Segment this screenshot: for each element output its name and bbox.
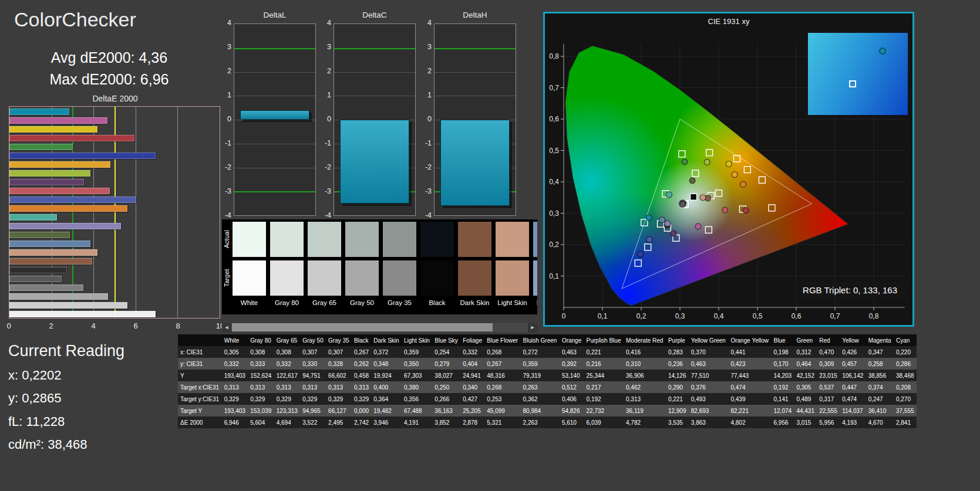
deltae-bar [9, 126, 97, 133]
actual-swatch[interactable] [458, 222, 491, 257]
target-swatch[interactable] [420, 260, 454, 296]
deltae-bar [9, 258, 92, 265]
grid-line [136, 107, 136, 318]
table-cell: 14,203 [771, 370, 794, 381]
swatch-label: Blue Sky [531, 299, 537, 306]
axis-tick-label: 6 [129, 321, 143, 330]
swatch-column: Gray 80 [270, 219, 308, 314]
actual-swatch[interactable] [533, 222, 537, 257]
table-cell: 4,193 [840, 416, 866, 428]
table-cell: 5,610 [560, 416, 584, 428]
table-cell: 0,489 [794, 393, 817, 405]
scroll-left-button[interactable]: ◄ [222, 323, 231, 332]
table-cell: 94,751 [300, 370, 326, 381]
actual-swatch[interactable] [496, 222, 529, 257]
target-swatch[interactable] [308, 260, 341, 296]
deltae2000-chart: DeltaE 2000 0246810 [9, 94, 221, 340]
axis-tick-label: 2 [319, 67, 331, 75]
axis-tick-label: 0 [2, 321, 16, 330]
table-cell: 79,319 [521, 370, 560, 381]
rgb-triplet-label: RGB Triplet: 0, 133, 163 [793, 282, 907, 298]
grid-line [234, 144, 315, 144]
table-cell: 4,191 [402, 416, 432, 428]
deltae-bar [9, 311, 156, 317]
table-cell: 0,221 [666, 393, 689, 405]
table-cell: 0,268 [484, 346, 520, 358]
table-cell: 152,624 [248, 370, 274, 381]
axis-tick-label: -3 [319, 187, 331, 195]
table-cell: 4,670 [866, 416, 894, 428]
grid-line [435, 72, 516, 73]
table-cell: 2,495 [326, 416, 352, 428]
table-cell: 4,694 [274, 416, 300, 428]
actual-swatch[interactable] [383, 222, 416, 257]
table-row: y: CIE310,3320,3330,3320,3300,3280,2620,… [178, 358, 917, 370]
table-cell: 45,099 [484, 405, 520, 416]
table-row: x: CIE310,3050,3080,3080,3070,3070,2670,… [178, 346, 917, 358]
swatch-scrollbar[interactable]: ◄ ► [222, 323, 537, 332]
axis-tick-label: 4 [319, 19, 331, 27]
target-swatch[interactable] [345, 260, 379, 296]
table-cell: 0,313 [248, 381, 274, 393]
scrollbar-thumb[interactable] [232, 323, 493, 331]
table-cell: 0,217 [584, 381, 624, 393]
axis-tick-label: 1 [220, 91, 231, 99]
table-cell: 0,266 [432, 393, 460, 405]
table-cell: 0,313 [274, 381, 300, 393]
selected-point [691, 194, 697, 200]
target-swatch[interactable] [458, 260, 491, 296]
target-swatch[interactable] [270, 260, 304, 296]
table-cell: 0,463 [560, 346, 584, 358]
table-cell: 0,406 [560, 393, 584, 405]
axis-tick-label: -1 [319, 139, 331, 147]
actual-swatch[interactable] [270, 222, 304, 257]
target-swatch[interactable] [383, 260, 416, 296]
table-cell: 0,250 [432, 381, 460, 393]
table-cell: 0,286 [894, 358, 917, 370]
table-cell: 0,313 [352, 381, 371, 393]
actual-swatch[interactable] [233, 222, 266, 257]
axis-tick-label: 0,3 [675, 312, 685, 320]
table-cell: 5,321 [484, 416, 520, 428]
deltal-chart-title: DeltaL [234, 11, 316, 19]
table-cell: 0,329 [248, 393, 274, 405]
table-cell: 0,312 [794, 346, 817, 358]
axis-tick-label: 4 [220, 19, 231, 27]
table-cell: 0,376 [689, 381, 729, 393]
target-swatch[interactable] [496, 260, 529, 296]
swatch-column: White [233, 219, 270, 314]
table-cell: 0,310 [624, 358, 666, 370]
axis-tick-label: 0,2 [637, 312, 646, 320]
axis-tick-label: -2 [220, 163, 231, 171]
table-cell: 0,463 [689, 358, 729, 370]
table-cell: 0,192 [771, 381, 794, 393]
cie-inset [808, 33, 908, 115]
table-row: Target y:CIE310,3290,3290,3290,3290,3290… [178, 393, 917, 405]
measured-point [638, 251, 644, 257]
grid-line [334, 72, 415, 73]
table-cell: 0,000 [352, 405, 371, 416]
target-swatch[interactable] [233, 260, 266, 296]
axis-tick-label: 4 [420, 19, 432, 27]
axis-tick-label: 1 [420, 91, 432, 99]
table-cell: 0,170 [771, 358, 794, 370]
measurement-table-wrap: WhiteGray 80Gray 65Gray 50Gray 35BlackDa… [178, 334, 917, 428]
table-cell: 0,313 [326, 381, 352, 393]
target-swatch[interactable] [533, 260, 537, 296]
table-cell: 24,941 [460, 370, 484, 381]
actual-swatch[interactable] [308, 222, 341, 257]
table-cell: 0,458 [352, 370, 371, 381]
table-cell: 0,362 [521, 393, 560, 405]
scroll-right-button[interactable]: ► [528, 323, 537, 332]
table-cell: 0,313 [624, 393, 666, 405]
actual-swatch[interactable] [345, 222, 379, 257]
cie-diagram-panel[interactable]: CIE 1931 xy 00,10,20,30,40,50,60,70,80,1… [543, 12, 914, 327]
table-cell: 2,742 [352, 416, 371, 428]
table-cell: 0,364 [371, 393, 402, 405]
table-cell: 66,602 [326, 370, 352, 381]
axis-tick-label: 2 [220, 67, 231, 75]
table-cell: 53,140 [560, 370, 584, 381]
row-label: ΔE 2000 [178, 416, 222, 428]
actual-swatch[interactable] [420, 222, 454, 257]
table-cell: 0,307 [326, 346, 352, 358]
